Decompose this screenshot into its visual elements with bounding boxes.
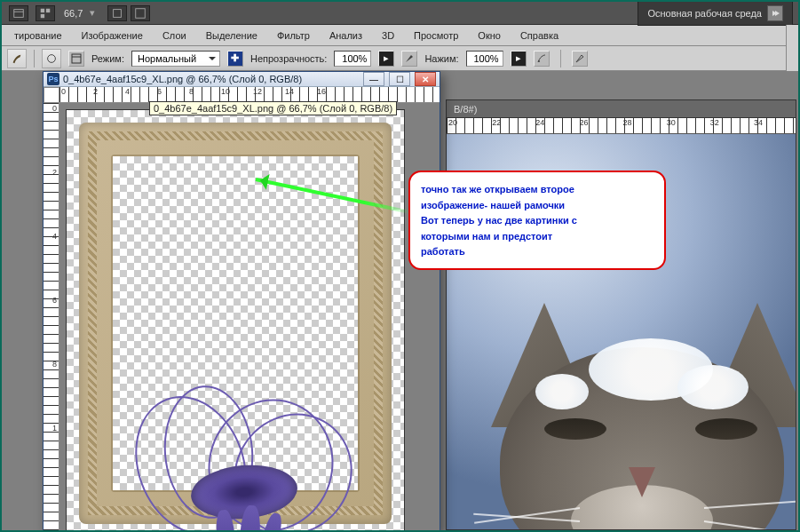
zoom-level[interactable]: 66,7 bbox=[64, 8, 83, 19]
menu-window[interactable]: Окно bbox=[469, 27, 510, 44]
brush-tool-icon[interactable] bbox=[7, 49, 27, 68]
brush-preset-picker[interactable] bbox=[42, 49, 61, 68]
svg-rect-5 bbox=[136, 8, 146, 18]
menu-layer[interactable]: Слои bbox=[154, 27, 195, 44]
flow-label: Нажим: bbox=[424, 53, 458, 64]
ruler-horizontal-cat[interactable]: 20 22 24 26 28 30 32 34 bbox=[447, 118, 796, 134]
opacity-pressure-icon[interactable] bbox=[401, 51, 417, 67]
svg-rect-4 bbox=[114, 9, 122, 17]
flow-field[interactable]: 100% bbox=[466, 51, 503, 67]
svg-rect-3 bbox=[41, 13, 44, 17]
workspace-switcher[interactable]: Основная рабочая среда bbox=[638, 1, 793, 26]
maximize-button[interactable]: ☐ bbox=[389, 72, 410, 86]
svg-rect-7 bbox=[72, 54, 81, 63]
workspace-label: Основная рабочая среда bbox=[647, 8, 762, 19]
brush-panel-toggle[interactable] bbox=[68, 51, 84, 67]
callout-line: точно так же открываем второе bbox=[421, 184, 574, 195]
workspace-expand-icon[interactable] bbox=[767, 5, 783, 21]
ruler-vertical[interactable]: 0 2 4 6 8 1 bbox=[44, 103, 59, 532]
opacity-slider-icon[interactable]: ▸ bbox=[378, 51, 394, 67]
title-tooltip: 0_4b67e_4aaf15c9_XL.png @ 66,7% (Слой 0,… bbox=[149, 101, 397, 115]
document-cat-title: B/8#) bbox=[454, 104, 477, 115]
raffia-bow bbox=[102, 385, 368, 532]
ruler-origin[interactable] bbox=[44, 87, 59, 103]
callout-line: которыми нам и предстоит bbox=[421, 231, 552, 242]
right-panel-sliver bbox=[786, 25, 798, 71]
svg-rect-1 bbox=[41, 8, 44, 12]
callout-line: работать bbox=[421, 246, 465, 257]
bridge-icon[interactable] bbox=[9, 5, 28, 21]
menu-view[interactable]: Просмотр bbox=[405, 27, 467, 44]
app-top-bar: 66,7 ▾ Основная рабочая среда bbox=[2, 2, 798, 25]
window-title: 0_4b67e_4aaf15c9_XL.png @ 66,7% (Слой 0,… bbox=[63, 74, 359, 84]
mode-toggle-icon[interactable]: ✚ bbox=[227, 51, 243, 67]
svg-point-6 bbox=[48, 54, 56, 62]
window-titlebar[interactable]: Ps 0_4b67e_4aaf15c9_XL.png @ 66,7% (Слой… bbox=[44, 72, 440, 87]
svg-rect-2 bbox=[46, 8, 50, 12]
menu-select[interactable]: Выделение bbox=[197, 27, 266, 44]
document-cat-tab[interactable]: B/8#) bbox=[447, 100, 796, 118]
tablet-pressure-icon[interactable] bbox=[572, 51, 588, 67]
svg-point-8 bbox=[538, 60, 540, 62]
menu-filter[interactable]: Фильтр bbox=[268, 27, 319, 44]
opacity-label: Непрозрачность: bbox=[250, 53, 327, 64]
zoom-dropdown-arrow[interactable]: ▾ bbox=[90, 7, 95, 19]
svg-rect-0 bbox=[14, 9, 24, 17]
photoshop-doc-icon: Ps bbox=[47, 73, 59, 85]
callout-line: изображение- нашей рамочки bbox=[421, 200, 565, 210]
mode-label: Режим: bbox=[91, 53, 124, 64]
annotation-callout: точно так же открываем второе изображени… bbox=[408, 171, 666, 270]
callout-line: Вот теперь у нас две картинки с bbox=[421, 215, 577, 226]
flow-slider-icon[interactable]: ▸ bbox=[511, 51, 527, 67]
document-cat: B/8#) 20 22 24 26 28 30 32 34 bbox=[446, 99, 796, 530]
menu-image[interactable]: Изображение bbox=[73, 27, 152, 44]
document-frame-window[interactable]: Ps 0_4b67e_4aaf15c9_XL.png @ 66,7% (Слой… bbox=[43, 71, 440, 532]
tool-options-bar: Режим: Нормальный ✚ Непрозрачность: 100%… bbox=[2, 46, 798, 71]
canvas-frame[interactable] bbox=[67, 110, 404, 532]
menu-bar: тирование Изображение Слои Выделение Фил… bbox=[2, 25, 798, 46]
opacity-field[interactable]: 100% bbox=[334, 51, 371, 67]
screen-mode-icon[interactable] bbox=[131, 5, 150, 21]
menu-edit[interactable]: тирование bbox=[5, 27, 71, 44]
view-hand-icon[interactable] bbox=[107, 5, 127, 21]
menu-3d[interactable]: 3D bbox=[373, 27, 403, 44]
menu-analysis[interactable]: Анализ bbox=[321, 27, 371, 44]
airbrush-icon[interactable] bbox=[534, 51, 550, 67]
minimize-button[interactable]: — bbox=[363, 72, 384, 86]
blend-mode-value: Нормальный bbox=[138, 53, 196, 64]
blend-mode-dropdown[interactable]: Нормальный bbox=[131, 51, 220, 67]
menu-help[interactable]: Справка bbox=[511, 27, 567, 44]
close-button[interactable]: ✕ bbox=[415, 72, 436, 86]
canvas-viewport[interactable] bbox=[59, 103, 440, 532]
view-extras-icon[interactable] bbox=[36, 5, 55, 21]
